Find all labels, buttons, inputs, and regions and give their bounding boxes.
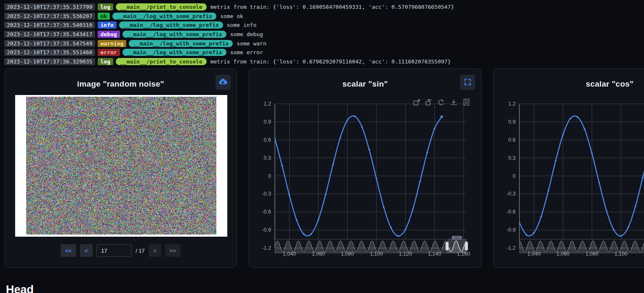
first-page-button[interactable]: <<	[61, 244, 76, 257]
log-source-badge: __main__/log_with_some_prefix	[112, 13, 216, 20]
svg-text:-0.3: -0.3	[262, 191, 271, 197]
log-console: 2023-12-10T17:37:35.317799log__main__/pr…	[0, 0, 644, 66]
log-message: some warn	[237, 40, 266, 47]
svg-text:1,060: 1,060	[556, 251, 569, 257]
log-message: some ok	[220, 13, 243, 19]
datazoom-move-handle[interactable]	[452, 236, 462, 240]
log-source-badge: __main__/log_with_some_prefix	[122, 31, 226, 38]
toolbox-zoom-reset-icon[interactable]	[426, 99, 432, 106]
image-pagination: << < / 17 > >>	[5, 244, 237, 257]
log-message: some error	[230, 49, 263, 55]
toolbox-zoom-select-icon[interactable]	[414, 100, 420, 105]
svg-text:-0.9: -0.9	[506, 227, 516, 233]
cloud-download-icon	[218, 78, 228, 87]
log-timestamp: 2023-12-10T17:37:35.540310	[4, 21, 95, 29]
log-source-badge: __main__/print_to_console	[116, 58, 207, 65]
log-source-badge: __main__/log_with_some_prefix	[122, 49, 226, 56]
svg-text:0.6: 0.6	[508, 137, 516, 143]
noise-figure	[15, 95, 227, 237]
svg-text:1.2: 1.2	[264, 101, 271, 107]
last-page-button[interactable]: >>	[165, 244, 181, 257]
log-timestamp: 2023-12-10T17:37:35.547549	[4, 40, 95, 47]
log-timestamp: 2023-12-10T17:37:36.329035	[4, 58, 95, 65]
log-level-badge: debug	[98, 31, 120, 38]
svg-text:1,100: 1,100	[370, 251, 383, 257]
log-row: 2023-12-10T17:37:35.536207ok__main__/log…	[4, 12, 644, 21]
image-card-title: image "random noise"	[5, 79, 237, 89]
log-message: metrix from train: {'loss': 0.1690584700…	[210, 4, 454, 10]
log-level-badge: log	[98, 58, 113, 65]
svg-text:1,080: 1,080	[341, 251, 354, 257]
svg-text:0: 0	[513, 173, 516, 179]
log-timestamp: 2023-12-10T17:37:35.317799	[4, 3, 95, 11]
log-source-badge: __main__/print_to_console	[116, 3, 207, 11]
log-row: 2023-12-10T17:37:35.540310info__main__/l…	[4, 21, 644, 30]
page-input[interactable]	[96, 244, 132, 257]
svg-text:-0.9: -0.9	[262, 227, 271, 233]
log-row: 2023-12-10T17:37:35.547549warning__main_…	[4, 39, 644, 48]
cards-row: image "random noise" << < / 17	[4, 69, 644, 268]
dashboard: 2023-12-10T17:37:35.317799log__main__/pr…	[0, 0, 644, 66]
datazoom-slider[interactable]	[275, 236, 468, 253]
log-row: 2023-12-10T17:37:35.317799log__main__/pr…	[4, 3, 644, 12]
download-image-button[interactable]	[216, 75, 231, 90]
section-heading: Head	[6, 283, 34, 293]
log-message: some debug	[230, 31, 263, 37]
svg-text:1,080: 1,080	[585, 251, 599, 257]
log-timestamp: 2023-12-10T17:37:35.536207	[4, 13, 95, 20]
svg-text:0: 0	[268, 173, 271, 179]
svg-text:-0.6: -0.6	[506, 209, 516, 215]
log-source-badge: __main__/log_with_some_prefix	[119, 21, 223, 29]
image-card-header: image "random noise"	[5, 69, 237, 98]
svg-text:0.3: 0.3	[264, 155, 271, 161]
svg-text:0.6: 0.6	[264, 137, 271, 143]
datazoom-handle-left[interactable]	[446, 242, 449, 251]
svg-text:0.9: 0.9	[508, 119, 516, 125]
svg-text:1,140: 1,140	[428, 251, 441, 257]
cos-chart-card: scalar "cos" 1.20.90.60.30-0.3-0.6-0.9-1…	[493, 69, 644, 268]
svg-text:-0.6: -0.6	[262, 209, 271, 215]
log-level-badge: warning	[98, 40, 127, 47]
log-level-badge: error	[98, 49, 120, 56]
log-row: 2023-12-10T17:37:35.551460error__main__/…	[4, 48, 644, 57]
log-level-badge: info	[98, 21, 117, 29]
log-message: some info	[227, 22, 256, 28]
prev-page-button[interactable]: <	[80, 244, 93, 257]
svg-text:1,160: 1,160	[457, 251, 470, 257]
sin-chart-card: scalar "sin" 1.20.90.60.30-0.3-0.6-0.9-1…	[249, 69, 482, 268]
sin-chart[interactable]: 1.20.90.60.30-0.3-0.6-0.9-1.2 1,0401,060…	[249, 69, 481, 267]
fullscreen-button[interactable]	[460, 75, 475, 90]
svg-text:1,040: 1,040	[283, 251, 296, 257]
svg-text:-1.2: -1.2	[262, 245, 271, 251]
svg-text:1,060: 1,060	[312, 251, 325, 257]
toolbox-data-view-icon[interactable]	[464, 99, 469, 105]
svg-text:-0.3: -0.3	[506, 191, 516, 197]
svg-text:0.3: 0.3	[508, 155, 516, 161]
next-page-button[interactable]: >	[149, 244, 161, 257]
noise-image	[26, 97, 216, 235]
log-level-badge: ok	[98, 13, 110, 20]
log-level-badge: log	[98, 3, 113, 11]
image-card: image "random noise" << < / 17	[4, 69, 237, 268]
log-row: 2023-12-10T17:37:35.543417debug__main__/…	[4, 30, 644, 39]
toolbox-restore-icon[interactable]	[439, 100, 443, 105]
log-timestamp: 2023-12-10T17:37:35.551460	[4, 49, 95, 56]
svg-text:1,100: 1,100	[615, 251, 628, 257]
svg-text:-1.2: -1.2	[506, 245, 516, 251]
datazoom-handle-right[interactable]	[465, 242, 468, 251]
svg-text:1,040: 1,040	[527, 251, 540, 257]
svg-text:0.9: 0.9	[264, 119, 271, 125]
grid-lines	[519, 104, 644, 248]
svg-text:1.2: 1.2	[508, 101, 516, 107]
y-axis-labels: 1.20.90.60.30-0.3-0.6-0.9-1.2	[506, 101, 516, 251]
svg-text:1,120: 1,120	[399, 251, 412, 257]
fullscreen-icon	[464, 78, 471, 87]
page-total-label: / 17	[136, 248, 145, 254]
log-message: metrix from train: {'loss': 0.6796292079…	[210, 58, 451, 65]
log-timestamp: 2023-12-10T17:37:35.543417	[4, 31, 95, 38]
cos-chart[interactable]: 1.20.90.60.30-0.3-0.6-0.9-1.2 1,0401,060…	[494, 69, 644, 267]
grid-lines	[275, 104, 466, 248]
log-row: 2023-12-10T17:37:36.329035log__main__/pr…	[4, 57, 644, 66]
y-axis-labels: 1.20.90.60.30-0.3-0.6-0.9-1.2	[262, 101, 271, 251]
datazoom-slider[interactable]	[519, 236, 644, 253]
